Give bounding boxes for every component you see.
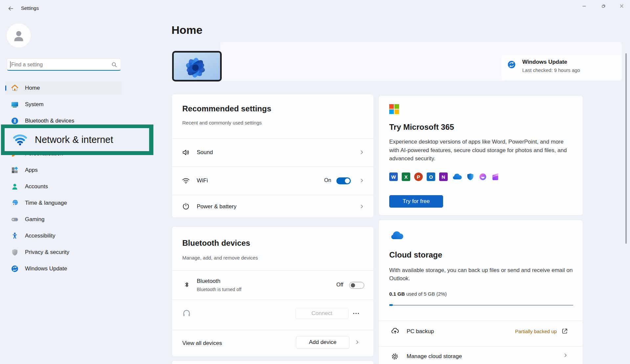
- outlook-icon: O: [427, 172, 435, 181]
- gear-icon: [391, 352, 399, 361]
- word-icon: W: [389, 172, 398, 181]
- divider: [172, 330, 373, 330]
- row-label: PC backup: [407, 328, 434, 335]
- sidebar-item-accounts[interactable]: Accounts: [5, 180, 122, 193]
- scrollbar[interactable]: [625, 53, 627, 244]
- speaker-icon: [182, 148, 190, 157]
- time-language-icon: [11, 199, 19, 207]
- row-label: WiFi: [197, 177, 208, 184]
- sidebar-item-label: Bluetooth & devices: [25, 118, 74, 124]
- search-box[interactable]: [7, 58, 121, 71]
- progress-track: [389, 305, 573, 306]
- copilot-icon: [479, 172, 487, 181]
- accounts-icon: [11, 183, 19, 191]
- sidebar-item-accessibility[interactable]: Accessibility: [5, 229, 122, 242]
- chevron-right-icon: [563, 353, 568, 358]
- card-body: With available storage, you can back up …: [389, 266, 575, 283]
- minimize-button[interactable]: [576, 0, 592, 12]
- try-for-free-button[interactable]: Try for free: [389, 195, 443, 208]
- toggle-state-label: On: [324, 177, 331, 183]
- row-label: Bluetooth: [197, 278, 220, 284]
- row-label: Manage cloud storage: [407, 353, 462, 360]
- sidebar-item-label: Time & language: [25, 200, 67, 206]
- app-icons-row: W X P O N: [389, 172, 500, 181]
- wifi-icon: [182, 176, 190, 185]
- row-label: Power & battery: [197, 203, 236, 210]
- row-sublabel: Bluetooth is turned off: [197, 287, 241, 292]
- sidebar-item-windows-update[interactable]: Windows Update: [5, 262, 122, 275]
- power-icon: [182, 202, 190, 211]
- page-title: Home: [171, 24, 202, 36]
- person-icon: [11, 28, 26, 43]
- powerpoint-icon: P: [414, 172, 423, 181]
- storage-usage-text: 0.1 GB used of 5 GB (2%): [389, 291, 447, 297]
- sidebar-item-label: Accounts: [25, 183, 48, 190]
- sidebar-item-label: Gaming: [25, 216, 45, 223]
- close-icon: [619, 4, 624, 9]
- sidebar-item-privacy-security[interactable]: Privacy & security: [5, 246, 122, 259]
- next-card-partial: [171, 360, 374, 364]
- microsoft-365-card: Try Microsoft 365 Experience desktop ver…: [378, 95, 583, 216]
- restore-button[interactable]: [596, 0, 611, 12]
- row-label: View all devices: [182, 340, 222, 347]
- close-button[interactable]: [614, 0, 629, 12]
- chevron-right-icon: [354, 339, 360, 345]
- microsoft-logo: [389, 104, 399, 114]
- bluetooth-toggle[interactable]: [349, 282, 364, 289]
- apps-icon: [11, 166, 19, 174]
- search-icon: [111, 62, 117, 68]
- toggle-state-label: Off: [336, 282, 343, 288]
- chevron-right-icon: [359, 204, 365, 209]
- windows-update-status-card[interactable]: Windows Update Last checked: 9 hours ago: [502, 55, 622, 80]
- card-body: Experience desktop versions of apps like…: [389, 138, 573, 163]
- backup-status-badge: Partially backed up: [515, 329, 557, 334]
- wifi-toggle[interactable]: [336, 177, 351, 184]
- back-button[interactable]: [7, 5, 14, 12]
- bluetooth-icon: [182, 280, 191, 289]
- sidebar-item-gaming[interactable]: Gaming: [5, 213, 122, 226]
- system-icon: [11, 101, 19, 108]
- windows-update-icon: [507, 60, 516, 69]
- connect-button[interactable]: Connect: [295, 308, 349, 319]
- shield-icon: [11, 248, 19, 256]
- external-link-icon[interactable]: [561, 328, 568, 335]
- annotation-highlight-box[interactable]: Network & internet: [1, 125, 153, 155]
- search-input[interactable]: [11, 59, 110, 70]
- card-subtitle: Recent and commonly used settings: [182, 120, 262, 125]
- accessibility-icon: [11, 232, 19, 240]
- excel-icon: X: [402, 172, 410, 181]
- back-arrow-icon: [7, 5, 14, 12]
- clipchamp-icon: [491, 172, 500, 181]
- onedrive-icon: [452, 172, 462, 181]
- add-device-button[interactable]: Add device: [296, 336, 349, 349]
- sidebar-item-apps[interactable]: Apps: [5, 164, 122, 177]
- recommended-settings-card: Recommended settings Recent and commonly…: [171, 94, 374, 218]
- card-title: Cloud storage: [389, 250, 442, 260]
- sidebar-item-time-language[interactable]: Time & language: [5, 196, 122, 210]
- chevron-right-icon: [359, 178, 365, 183]
- restore-icon: [601, 4, 606, 9]
- sidebar-item-home[interactable]: Home: [5, 81, 122, 95]
- card-subtitle: Manage, add, and remove devices: [182, 255, 258, 261]
- chevron-right-icon: [359, 149, 365, 155]
- home-icon: [11, 84, 19, 92]
- selected-indicator: [5, 85, 6, 91]
- sidebar-item-label: Privacy & security: [25, 249, 69, 256]
- gaming-icon: [11, 216, 19, 223]
- wallpaper-thumbnail: [172, 51, 222, 81]
- storage-progress-bar: [389, 304, 573, 306]
- sidebar-item-system[interactable]: System: [5, 98, 122, 111]
- card-title: Bluetooth devices: [182, 239, 250, 248]
- minimize-icon: [582, 4, 587, 9]
- avatar[interactable]: [7, 23, 31, 48]
- divider: [172, 195, 373, 195]
- windows-update-icon: [11, 265, 19, 273]
- onenote-icon: N: [439, 172, 448, 181]
- more-options-icon[interactable]: [353, 311, 359, 315]
- sidebar-item-label: System: [25, 101, 44, 108]
- onedrive-cloud-icon: [389, 231, 404, 240]
- card-title: Recommended settings: [182, 104, 271, 113]
- usage-amount: 0.1 GB: [389, 291, 405, 297]
- divider: [172, 138, 373, 139]
- row-label: Sound: [197, 149, 213, 156]
